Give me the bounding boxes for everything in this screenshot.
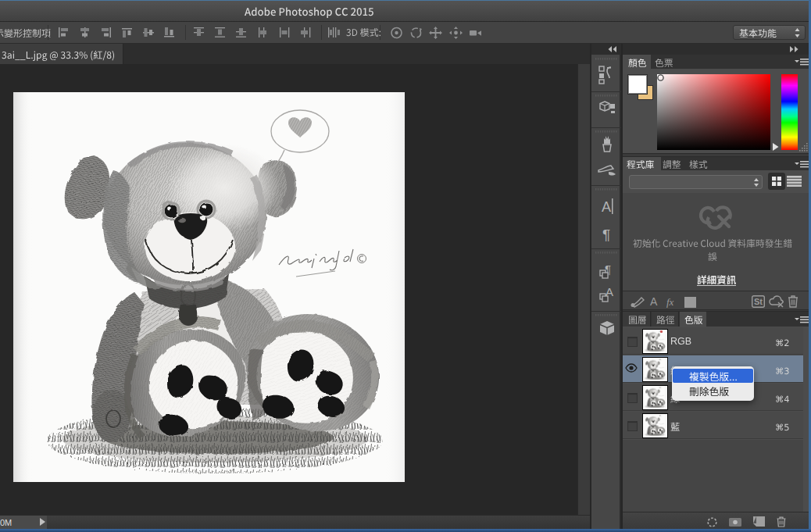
svg-text:¶: ¶ (602, 227, 610, 243)
svg-text:St: St (754, 297, 763, 306)
svg-text:A: A (602, 199, 611, 215)
